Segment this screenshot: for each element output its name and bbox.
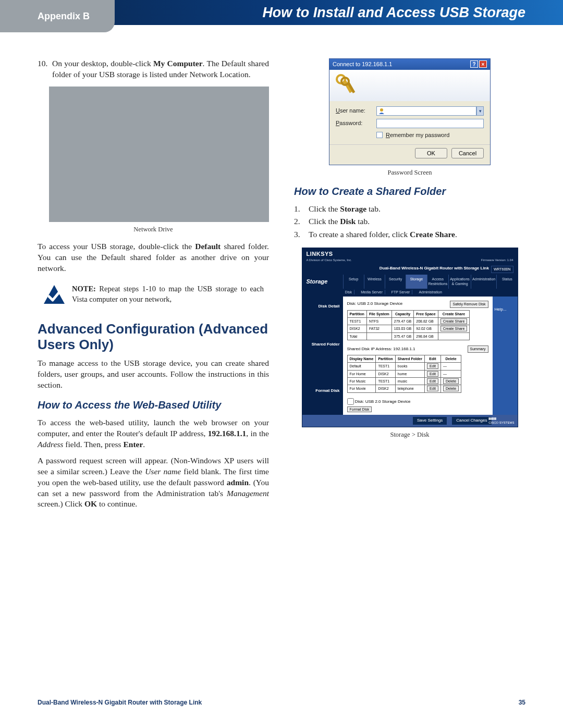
tab-access[interactable]: Access Restrictions xyxy=(427,275,449,289)
page-footer: Dual-Band Wireless-N Gigabit Router with… xyxy=(38,699,525,706)
svg-point-5 xyxy=(380,108,383,112)
tab-wireless[interactable]: Wireless xyxy=(364,275,385,289)
image-caption: Password Screen xyxy=(294,168,525,177)
subsection-heading: How to Access the Web-Based Utility xyxy=(38,398,269,412)
format-disk-checkbox[interactable] xyxy=(347,398,354,405)
shared-ip-label: Shared Disk IP Address: 192.168.1.1 xyxy=(347,347,415,352)
password-dialog: Connect to 192.168.1.1 ? × User name: xyxy=(329,58,491,165)
help-link[interactable]: Help... xyxy=(493,297,518,415)
step-number: 10. xyxy=(38,58,49,80)
page-header: How to Install and Access USB Storage Ap… xyxy=(0,0,563,32)
left-column: 10. On your desktop, double-click My Com… xyxy=(38,58,269,515)
dialog-title: Connect to 192.168.1.1 xyxy=(333,60,392,68)
safely-remove-button[interactable]: Safely Remove Disk xyxy=(450,301,488,307)
username-field[interactable] xyxy=(376,106,476,116)
subtab-media[interactable]: Media Server xyxy=(359,290,385,294)
format-disk-button[interactable]: Format Disk xyxy=(347,406,372,412)
tab-status[interactable]: Status xyxy=(496,275,517,289)
edit-button[interactable]: Edit xyxy=(427,378,438,384)
main-tabs: Setup Wireless Security Storage Access R… xyxy=(343,275,518,289)
model-badge: WRT600N xyxy=(491,266,513,273)
dropdown-icon[interactable]: ▾ xyxy=(476,106,484,116)
note-box: NOTE: Repeat steps 1-10 to map the USB s… xyxy=(38,279,269,310)
sub-tabs: Disk Media Server FTP Server Administrat… xyxy=(302,289,518,297)
header-title-bar: How to Install and Access USB Storage xyxy=(104,0,563,25)
right-column: Connect to 192.168.1.1 ? × User name: xyxy=(294,58,525,515)
router-admin-screenshot: LINKSYS A Division of Cisco Systems, Inc… xyxy=(302,248,518,427)
cisco-logo: ▮▮▮▮▮CISCO SYSTEMS xyxy=(488,416,514,425)
edit-button[interactable]: Edit xyxy=(427,386,438,391)
user-icon xyxy=(378,108,385,114)
header-appendix-tab: Appendix B xyxy=(0,0,115,32)
edit-button[interactable]: Edit xyxy=(427,371,438,377)
page-number: 35 xyxy=(519,699,525,706)
cancel-changes-button[interactable]: Cancel Changes xyxy=(452,417,491,425)
close-icon[interactable]: × xyxy=(479,60,487,68)
delete-button[interactable]: Delete xyxy=(443,386,459,391)
tab-storage[interactable]: Storage xyxy=(406,275,426,289)
delete-button[interactable]: Delete xyxy=(443,378,459,384)
keys-icon xyxy=(335,73,356,98)
image-caption: Network Drive xyxy=(38,225,269,234)
image-caption: Storage > Disk xyxy=(294,430,525,439)
note-checkmark-icon xyxy=(43,284,66,305)
footer-product: Dual-Band Wireless-N Gigabit Router with… xyxy=(38,699,202,706)
linksys-logo: LINKSYS xyxy=(307,250,513,258)
help-icon[interactable]: ? xyxy=(470,60,478,68)
summary-button[interactable]: Summary xyxy=(468,346,488,352)
subtab-administration[interactable]: Administration xyxy=(417,290,444,294)
partition-table: Partition File System Capacity Free Spac… xyxy=(347,310,470,341)
appendix-label: Appendix B xyxy=(38,11,90,22)
remember-label: Remember my password xyxy=(386,131,449,139)
active-section: Storage xyxy=(302,275,343,289)
edit-button[interactable]: Edit xyxy=(427,363,438,369)
format-disk-label: Disk: USB 2.0 Storage Device xyxy=(355,399,411,404)
header-title: How to Install and Access USB Storage xyxy=(262,5,525,21)
save-settings-button[interactable]: Save Settings xyxy=(413,417,447,425)
password-field[interactable] xyxy=(376,119,484,128)
section-heading: Advanced Configuration (Advanced Users O… xyxy=(38,322,269,353)
subtab-ftp[interactable]: FTP Server xyxy=(389,290,413,294)
shared-folder-table: Display Name Partition Shared Folder Edi… xyxy=(347,355,462,393)
svg-marker-0 xyxy=(44,285,65,304)
section-labels: Disk Detail Shared Folder Format Disk xyxy=(302,297,343,415)
tab-admin[interactable]: Administration xyxy=(471,275,496,289)
username-label: User name: xyxy=(336,107,372,115)
ok-button[interactable]: OK xyxy=(415,148,447,158)
subsection-heading: How to Create a Shared Folder xyxy=(294,184,525,199)
create-share-button[interactable]: Create Share xyxy=(440,326,468,331)
dialog-art xyxy=(329,70,490,101)
create-share-button[interactable]: Create Share xyxy=(440,318,468,324)
remember-checkbox[interactable] xyxy=(376,132,383,138)
tab-setup[interactable]: Setup xyxy=(343,275,364,289)
password-label: Password: xyxy=(336,119,372,127)
cancel-button[interactable]: Cancel xyxy=(451,148,484,158)
network-drive-image xyxy=(49,87,269,222)
subtab-disk[interactable]: Disk xyxy=(343,290,355,294)
dialog-titlebar: Connect to 192.168.1.1 ? × xyxy=(329,59,490,70)
tab-apps[interactable]: Applications & Gaming xyxy=(448,275,471,289)
tab-security[interactable]: Security xyxy=(385,275,406,289)
disk-label: Disk: USB 2.0 Storage Device xyxy=(347,301,403,307)
